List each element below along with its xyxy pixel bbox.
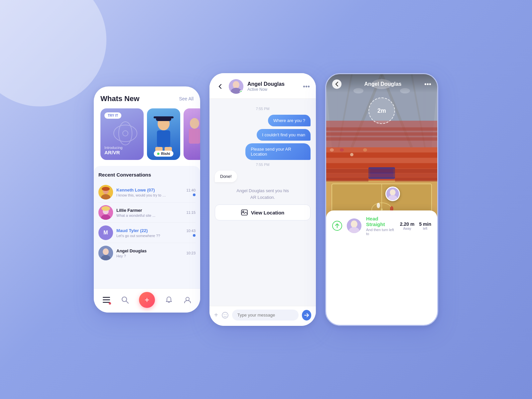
conv-meta-maud: 10:43	[186, 229, 196, 237]
nav-avatar-img	[347, 218, 361, 233]
phone3-back-button[interactable]	[332, 79, 341, 89]
conv-name-kenneth: Kenneth Lowe (07)	[116, 188, 183, 193]
conv-info-lillie: Lillie Farmer What a wondetful site ...	[116, 208, 183, 217]
svg-point-2	[123, 131, 128, 136]
emoji-icon[interactable]	[221, 312, 229, 319]
conv-item-maud[interactable]: M Maud Tyler (22) Let's go out somewhere…	[98, 223, 196, 243]
menu-lines-icon	[103, 297, 110, 303]
svg-point-79	[351, 220, 357, 228]
svg-point-34	[223, 314, 224, 315]
svg-rect-10	[189, 129, 200, 144]
story2-name: Rishi	[161, 152, 170, 156]
contact-status: Active Now	[247, 87, 299, 92]
msg-timestamp-1: 7:55 PM	[215, 107, 311, 111]
contact-name: Angel Douglas	[247, 81, 299, 87]
conv-item-kenneth[interactable]: Kenneth Lowe (07) I know this, would you…	[98, 182, 196, 202]
conv-avatar-lillie	[98, 205, 113, 220]
phone1-header: Whats New See All	[100, 94, 194, 103]
conv-preview-maud: Let's go out somewhere ??	[116, 234, 166, 238]
view-location-button[interactable]: View Location	[215, 204, 311, 220]
story-intro-sub: Introducing	[104, 146, 122, 150]
send-button[interactable]	[302, 310, 311, 321]
conv-name-lillie: Lillie Farmer	[116, 208, 183, 213]
contact-info: Angel Douglas Active Now	[247, 81, 299, 92]
conv-meta-lillie: 11:15	[186, 210, 196, 214]
svg-point-54	[330, 148, 334, 152]
svg-point-56	[350, 153, 353, 156]
story-intro-main: AR/VR	[104, 150, 122, 155]
phone3-header: Angel Douglas •••	[326, 74, 437, 93]
bottom-nav: +	[94, 288, 200, 313]
nav-menu-icon[interactable]	[102, 295, 111, 305]
phones-container: Whats New See All TRY IT Introducing	[94, 73, 438, 326]
nav-distance-label: Away	[400, 227, 415, 230]
phone-2: Angel Douglas Active Now ••• 7:55 PM Whe…	[209, 73, 316, 326]
conv-meta-angel: 10:23	[186, 251, 196, 255]
nav-bell-icon[interactable]	[164, 295, 174, 305]
conv-item-lillie[interactable]: Lillie Farmer What a wondetful site ... …	[98, 202, 196, 223]
nav-sub-label: And then turn left to	[366, 228, 395, 236]
conv-preview-kenneth: I know this, would you try to still ...	[116, 193, 166, 197]
messages-area[interactable]: 7:55 PM Where are you ? I couldn't find …	[209, 99, 316, 306]
phone1-content: Whats New See All TRY IT Introducing	[94, 86, 200, 313]
phone3-content: Angel Douglas •••	[326, 74, 437, 325]
add-attachment-icon[interactable]: +	[214, 311, 218, 319]
conv-unread-kenneth	[193, 194, 196, 196]
user-pin-avatar	[386, 187, 399, 201]
nav-search-icon[interactable]	[120, 295, 130, 305]
message-input-field[interactable]	[232, 310, 299, 321]
nav-direction-label: Head Straight	[366, 216, 395, 227]
conv-preview-lillie: What a wondetful site ...	[116, 213, 166, 217]
featured-story-card[interactable]: TRY IT Introducing AR/VR	[100, 108, 144, 160]
story-card-3[interactable]	[184, 108, 200, 160]
conv-item-angel[interactable]: Angel Douglas Hey ? 10:23	[98, 243, 196, 263]
phone2-content: Angel Douglas Active Now ••• 7:55 PM Whe…	[209, 73, 316, 326]
arena-bottom-view: Head Straight And then turn left to 2.20…	[326, 147, 437, 240]
conv-info-kenneth: Kenneth Lowe (07) I know this, would you…	[116, 188, 183, 197]
svg-point-18	[101, 206, 110, 211]
nav-up-arrow-icon	[335, 223, 339, 228]
svg-point-0	[114, 125, 137, 142]
contact-avatar	[229, 79, 243, 94]
svg-point-57	[363, 148, 367, 152]
svg-line-26	[126, 301, 129, 304]
nav-user-avatar	[347, 218, 361, 233]
story-card-2[interactable]: Rishi	[147, 108, 180, 160]
svg-rect-23	[103, 300, 110, 301]
conv-avatar-kenneth	[98, 185, 113, 200]
bubble-couldnt-find: I couldn't find you man	[257, 129, 311, 141]
svg-rect-73	[326, 178, 368, 182]
conv-time-angel: 10:23	[186, 251, 196, 255]
avatar-angel-img	[98, 246, 113, 260]
conv-time-kenneth: 11:40	[186, 188, 196, 192]
more-options-button[interactable]: •••	[303, 83, 310, 90]
view-location-label: View Location	[251, 210, 285, 215]
ar-location-notice: Angel Douglas sent you hisAR Location.	[215, 188, 311, 200]
bubble-where-are-you: Where are you ?	[268, 115, 311, 126]
svg-point-29	[233, 81, 239, 88]
nav-profile-icon[interactable]	[183, 295, 192, 305]
conv-unread-maud	[193, 234, 196, 237]
msg-timestamp-2: 7:55 PM	[215, 163, 311, 167]
bubble-send-ar-location: Please send your AR Location	[245, 143, 311, 160]
conv-meta-kenneth: 11:40	[186, 188, 196, 196]
try-it-badge: TRY IT	[104, 112, 121, 119]
phone3-more-button[interactable]: •••	[424, 80, 431, 88]
nav-time-label: left	[419, 227, 431, 230]
online-indicator	[240, 90, 243, 93]
conv-info-angel: Angel Douglas Hey ?	[116, 248, 183, 258]
bell-icon	[165, 296, 173, 304]
nav-time-value: 5 min	[419, 221, 431, 227]
arvr-illustration	[110, 118, 140, 148]
conv-avatar-angel	[98, 246, 113, 260]
fab-compose-button[interactable]: +	[139, 292, 155, 308]
back-button[interactable]	[215, 82, 225, 91]
svg-point-66	[377, 203, 380, 208]
whats-new-title: Whats New	[100, 94, 139, 103]
send-icon	[304, 313, 309, 318]
svg-rect-74	[395, 178, 437, 182]
search-icon	[121, 296, 129, 304]
conversations-title: Recent Conversations	[98, 172, 196, 178]
phone3-back-icon	[335, 81, 338, 87]
see-all-link[interactable]: See All	[179, 96, 194, 101]
